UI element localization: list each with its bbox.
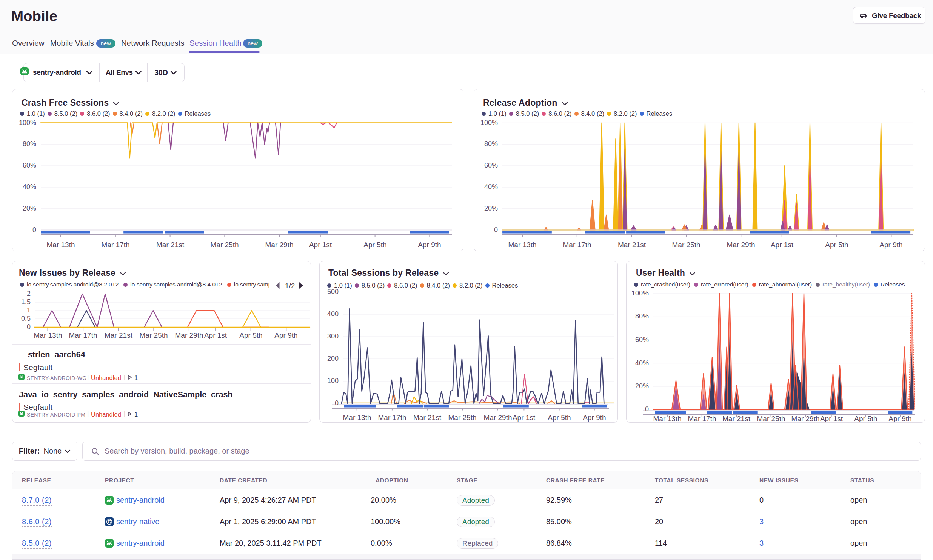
svg-text:C: C	[108, 519, 111, 525]
